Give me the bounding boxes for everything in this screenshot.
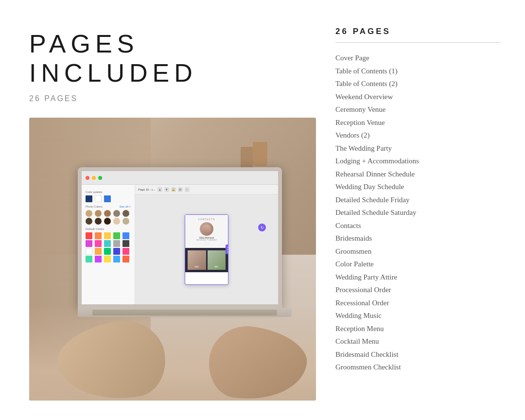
top-palette [86,195,131,202]
bg-cup [253,142,267,166]
photo-colors-row [86,210,131,225]
list-item: Wedding Day Schedule [335,181,501,192]
list-item: Contacts [335,220,501,231]
photo-colors-label: Photo Colors See all > [86,205,131,208]
list-item: Groomsmen Checklist [335,362,501,373]
dc-purple [86,240,92,247]
list-item: Cocktail Menu [335,336,501,347]
swatch-navy [86,195,92,202]
list-item: Table of Contents (1) [335,66,501,77]
hands-overlay [29,303,316,401]
close-dot [86,176,89,180]
list-item: Reception Venue [335,117,501,128]
contacts-card: CONTACTS Olivia McIntosh WEDDING PLANNER [185,214,228,285]
photo-color-4 [113,210,120,217]
pages-count-left: 26 PAGES [29,94,292,103]
photo-color-10 [122,218,129,225]
right-column: 26 PAGES Cover PageTable of Contents (1)… [316,0,525,420]
dc-violet [95,256,102,262]
dc-white [86,248,92,255]
resize-dot-3 [228,251,229,253]
dc-mint [104,248,111,255]
dc-indigo [113,248,120,255]
list-item: Weekend Overview [335,91,501,103]
photo-color-9 [113,218,120,225]
laptop-image: Color palette Photo C [29,118,316,401]
photo-color-1 [86,210,92,217]
grid-icon: ⊞ [178,187,183,192]
screen-canvas: Page 16 - c... ▲ ▼ 🔒 ⊞ ↑ [135,185,278,304]
resize-dot-1 [228,246,229,248]
resize-dot-2 [228,249,229,250]
left-column: PAGES INCLUDED 26 PAGES [0,0,316,420]
divider [335,42,501,43]
default-colors-label: Default Colors [86,228,131,230]
dc-rose [122,248,129,255]
dc-darkgray [122,240,129,247]
card-person-subtitle: WEDDING PLANNER [188,239,226,241]
nav-up-icon: ▲ [158,187,162,192]
photo-color-6 [86,218,92,225]
screen-toolbar [82,171,278,185]
screen-page-label: Page 16 - c... [138,188,156,191]
screen-sidebar: Color palette Photo C [82,185,135,304]
list-item: Color Palette [335,259,501,270]
bg-cup2 [241,147,253,169]
dc-amber [95,248,102,255]
dc-seafoam [86,256,92,262]
list-item: Bridesmaid Checklist [335,349,501,360]
photo-color-2 [95,210,102,217]
dc-teal [104,240,111,247]
dc-sky [113,256,120,262]
expand-dot [98,176,102,180]
card-top: CONTACTS Olivia McIntosh WEDDING PLANNER [185,215,228,248]
nav-down-icon: ▼ [164,187,169,192]
card-photo-circle [200,222,213,236]
list-item: Ceremony Venue [335,104,501,115]
card-contact-info: ························ [188,242,226,246]
photo-color-5 [122,210,129,217]
default-colors-grid [86,232,131,262]
dc-gray [113,240,120,247]
dc-yellow [104,232,111,239]
list-item: Bridesmaids [335,233,501,244]
photo-color-3 [104,210,111,217]
dc-pink [95,240,102,247]
minimize-dot [92,176,96,180]
dc-green [113,232,120,239]
swatch-white [95,195,102,202]
card-bottom: NAME ········ NAME ······· [185,248,228,272]
list-item: The Wedding Party [335,143,501,154]
card-person-silhouette [202,225,211,233]
card-contacts-title: CONTACTS [188,218,226,221]
laptop-screen-inner: Color palette Photo C [82,171,278,304]
list-item: Processional Order [335,284,501,296]
list-item: Detailed Schedule Saturday [335,207,501,218]
card-photo-left: NAME ········ [188,250,206,270]
photo-color-8 [104,218,111,225]
list-item: Wedding Music [335,310,501,321]
screen-top-bar: Page 16 - c... ▲ ▼ 🔒 ⊞ ↑ [135,185,278,194]
list-item: Vendors (2) [335,130,501,141]
refresh-icon: ↻ [258,224,266,231]
resize-handle [226,245,228,254]
screen-body: Color palette Photo C [82,185,278,304]
laptop-scene: Color palette Photo C [29,118,316,401]
dc-blue [122,232,129,239]
dc-red [86,232,92,239]
card-photo-right: NAME ········ [208,250,226,270]
lock-icon: 🔒 [171,187,176,192]
swatch-blue [104,195,111,202]
laptop-screen: Color palette Photo C [78,167,282,308]
hand-right [205,321,311,401]
export-icon: ↑ [185,187,190,192]
photo-color-7 [95,218,102,225]
dc-lime [104,256,111,262]
pages-count-right: 26 PAGES [335,27,501,36]
list-item: Reception Menu [335,323,501,334]
list-item: Cover Page [335,52,501,64]
hand-left [52,314,171,401]
list-item: Detailed Schedule Friday [335,194,501,206]
main-title: PAGES INCLUDED [29,29,292,88]
list-item: Groomsmen [335,246,501,257]
